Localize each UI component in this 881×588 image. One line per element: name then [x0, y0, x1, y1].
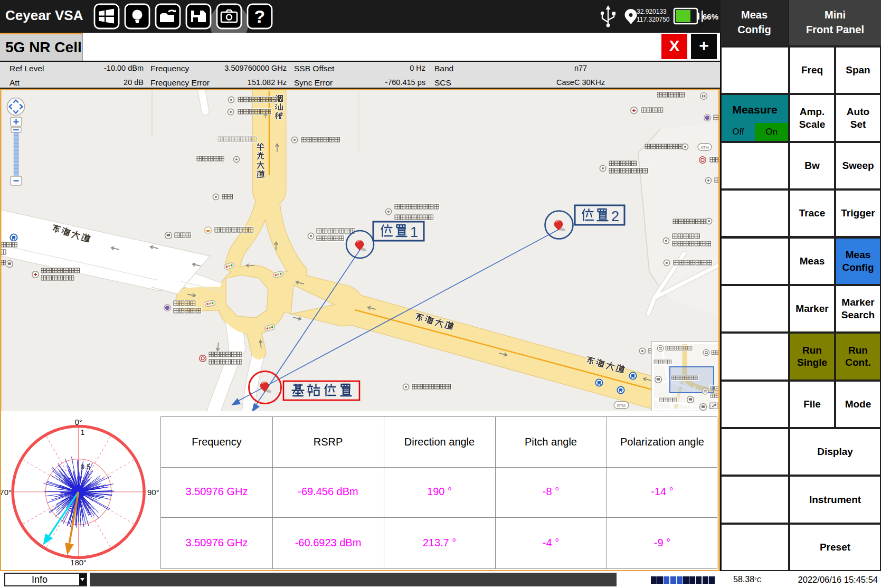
svg-text:ATM: ATM	[700, 145, 708, 150]
svg-text:180°: 180°	[70, 558, 87, 567]
svg-text:0.5: 0.5	[81, 463, 91, 471]
svg-text:66%: 66%	[703, 12, 718, 21]
svg-text:270°: 270°	[0, 488, 12, 497]
svg-text:1: 1	[81, 428, 85, 437]
svg-text:32.920133: 32.920133	[637, 8, 667, 15]
svg-text:2: 2	[611, 208, 619, 224]
svg-text:?: ?	[254, 6, 266, 26]
svg-text:1: 1	[410, 224, 418, 240]
svg-text:90°: 90°	[147, 488, 159, 497]
svg-text:0°: 0°	[74, 418, 82, 426]
svg-text:117.320750: 117.320750	[637, 16, 670, 23]
svg-text:RTM: RTM	[617, 403, 626, 408]
